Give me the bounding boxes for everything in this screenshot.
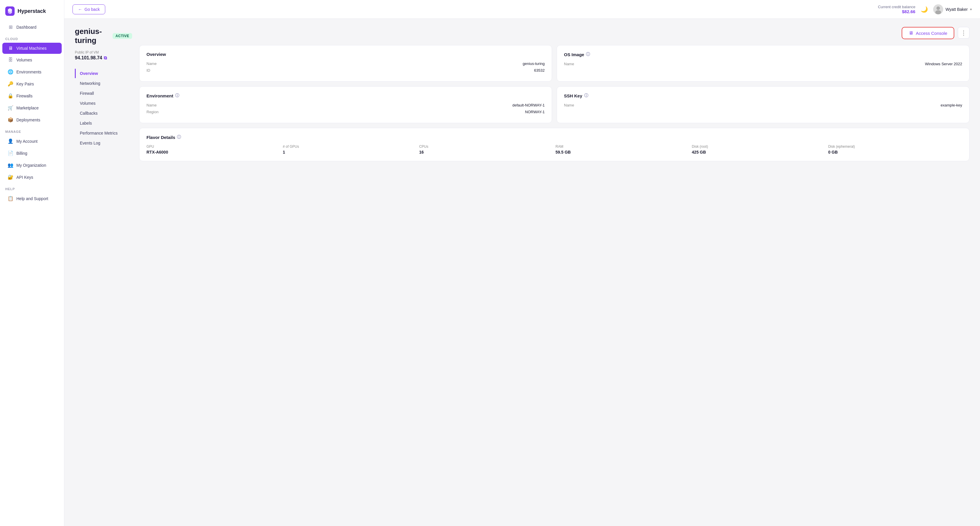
- panels: 🖥 Access Console ⋮ Overview Name genius-…: [139, 27, 969, 518]
- sidebar-label-environments: Environments: [16, 70, 41, 74]
- sidebar-label-billing: Billing: [16, 151, 27, 156]
- sidebar-item-billing[interactable]: 📄 Billing: [2, 147, 62, 159]
- marketplace-icon: 🛒: [8, 105, 13, 111]
- api-keys-icon: 🔐: [8, 174, 13, 180]
- flavor-ram-label: RAM: [555, 145, 689, 148]
- logo: Hyperstack: [0, 0, 64, 21]
- flavor-gpu-value: RTX-A6000: [146, 150, 280, 155]
- sidebar-item-my-account[interactable]: 👤 My Account: [2, 135, 62, 147]
- environments-icon: 🌐: [8, 69, 13, 75]
- detail-nav-volumes[interactable]: Volumes: [75, 99, 132, 108]
- detail-nav-networking[interactable]: Networking: [75, 79, 132, 88]
- sidebar-item-my-organization[interactable]: 👥 My Organization: [2, 159, 62, 171]
- avatar: [933, 5, 943, 14]
- dashboard-icon: ⊞: [8, 24, 13, 30]
- sidebar: Hyperstack ⊞ Dashboard CLOUD 🖥 Virtual M…: [0, 0, 64, 526]
- sidebar-label-marketplace: Marketplace: [16, 105, 38, 110]
- detail-nav-networking-label: Networking: [80, 81, 100, 86]
- detail-nav-labels-label: Labels: [80, 121, 92, 126]
- section-help: HELP: [0, 183, 64, 193]
- svg-point-2: [936, 6, 940, 10]
- back-arrow-icon: ←: [78, 7, 82, 12]
- more-dots-icon: ⋮: [961, 29, 967, 36]
- vm-status-badge: ACTIVE: [113, 33, 132, 39]
- sidebar-label-dashboard: Dashboard: [16, 25, 37, 30]
- app-name: Hyperstack: [18, 8, 46, 14]
- public-ip-label: Public IP of VM: [75, 50, 132, 54]
- overview-id-row: ID 63532: [146, 68, 545, 73]
- billing-icon: 📄: [8, 150, 13, 156]
- overview-name-label: Name: [146, 61, 157, 66]
- overview-id-value: 63532: [534, 68, 545, 73]
- sidebar-item-help-support[interactable]: 📋 Help and Support: [2, 193, 62, 204]
- flavor-cpus-col: CPUs 16: [419, 145, 553, 155]
- environment-name-label: Name: [146, 103, 157, 107]
- overview-name-row: Name genius-turing: [146, 61, 545, 66]
- detail-nav-events-log[interactable]: Events Log: [75, 139, 132, 148]
- access-console-label: Access Console: [916, 31, 947, 36]
- sidebar-item-virtual-machines[interactable]: 🖥 Virtual Machines: [2, 43, 62, 54]
- sidebar-label-volumes: Volumes: [16, 57, 32, 62]
- environment-card-title: Environment ⓘ: [146, 93, 545, 98]
- os-image-card-title: OS Image ⓘ: [564, 52, 962, 57]
- hyperstack-logo-icon: [5, 6, 14, 16]
- user-menu[interactable]: Wyatt Baker ▾: [933, 5, 972, 14]
- flavor-disk-root-value: 425 GB: [692, 150, 826, 155]
- help-support-icon: 📋: [8, 196, 13, 201]
- sidebar-item-marketplace[interactable]: 🛒 Marketplace: [2, 102, 62, 113]
- sidebar-item-firewalls[interactable]: 🔒 Firewalls: [2, 90, 62, 102]
- os-image-name-value: Windows Server 2022: [925, 62, 962, 66]
- detail-nav-callbacks[interactable]: Callbacks: [75, 108, 132, 118]
- os-image-help-icon[interactable]: ⓘ: [586, 52, 590, 57]
- copy-ip-icon[interactable]: ⧉: [104, 55, 107, 61]
- volumes-icon: 🗄: [8, 57, 13, 62]
- section-cloud: CLOUD: [0, 33, 64, 42]
- detail-nav-labels[interactable]: Labels: [75, 118, 132, 128]
- sidebar-item-volumes[interactable]: 🗄 Volumes: [2, 54, 62, 65]
- content-area: genius-turing ACTIVE Public IP of VM 94.…: [64, 19, 980, 526]
- environment-region-value: NORWAY-1: [525, 110, 545, 114]
- key-pairs-icon: 🔑: [8, 81, 13, 87]
- topbar-right: Current credit balance $82.66 🌙 Wyatt Ba…: [878, 5, 972, 14]
- flavor-num-gpus-label: # of GPUs: [283, 145, 417, 148]
- sidebar-item-dashboard[interactable]: ⊞ Dashboard: [2, 21, 62, 33]
- sidebar-item-api-keys[interactable]: 🔐 API Keys: [2, 171, 62, 183]
- theme-toggle-icon[interactable]: 🌙: [921, 6, 928, 13]
- overview-card-title: Overview: [146, 52, 545, 57]
- ssh-key-name-label: Name: [564, 103, 574, 107]
- flavor-gpu-col: GPU RTX-A6000: [146, 145, 280, 155]
- flavor-disk-root-col: Disk (root) 425 GB: [692, 145, 826, 155]
- topbar: ← Go back Current credit balance $82.66 …: [64, 0, 980, 19]
- credit-label: Current credit balance: [878, 5, 915, 9]
- sidebar-item-deployments[interactable]: 📦 Deployments: [2, 114, 62, 126]
- ssh-key-help-icon[interactable]: ⓘ: [584, 93, 588, 98]
- flavor-help-icon[interactable]: ⓘ: [177, 135, 181, 140]
- overview-id-label: ID: [146, 68, 150, 73]
- access-console-button[interactable]: 🖥 Access Console: [902, 27, 954, 39]
- flavor-cpus-value: 16: [419, 150, 553, 155]
- environment-help-icon[interactable]: ⓘ: [175, 93, 179, 98]
- detail-nav-perf-label: Performance Metrics: [80, 131, 118, 135]
- detail-nav-events-label: Events Log: [80, 141, 100, 145]
- os-image-name-label: Name: [564, 62, 574, 66]
- virtual-machines-icon: 🖥: [8, 46, 13, 51]
- vm-name-row: genius-turing ACTIVE: [75, 27, 132, 45]
- more-options-button[interactable]: ⋮: [958, 27, 969, 38]
- firewalls-icon: 🔒: [8, 93, 13, 99]
- sidebar-label-my-account: My Account: [16, 139, 37, 143]
- detail-nav-performance-metrics[interactable]: Performance Metrics: [75, 128, 132, 138]
- ssh-key-name-value: example-key: [940, 103, 962, 107]
- sidebar-item-environments[interactable]: 🌐 Environments: [2, 66, 62, 78]
- detail-nav-firewall[interactable]: Firewall: [75, 89, 132, 98]
- detail-nav-overview[interactable]: Overview: [75, 69, 132, 78]
- credit-balance: Current credit balance $82.66: [878, 5, 915, 14]
- main-area: ← Go back Current credit balance $82.66 …: [64, 0, 980, 526]
- go-back-button[interactable]: ← Go back: [73, 5, 105, 14]
- go-back-label: Go back: [84, 7, 100, 12]
- os-image-card: OS Image ⓘ Name Windows Server 2022: [557, 45, 969, 81]
- deployments-icon: 📦: [8, 117, 13, 123]
- ip-address: 94.101.98.74: [75, 55, 102, 61]
- detail-nav-firewall-label: Firewall: [80, 91, 94, 96]
- console-icon: 🖥: [908, 30, 913, 36]
- sidebar-item-key-pairs[interactable]: 🔑 Key Pairs: [2, 78, 62, 89]
